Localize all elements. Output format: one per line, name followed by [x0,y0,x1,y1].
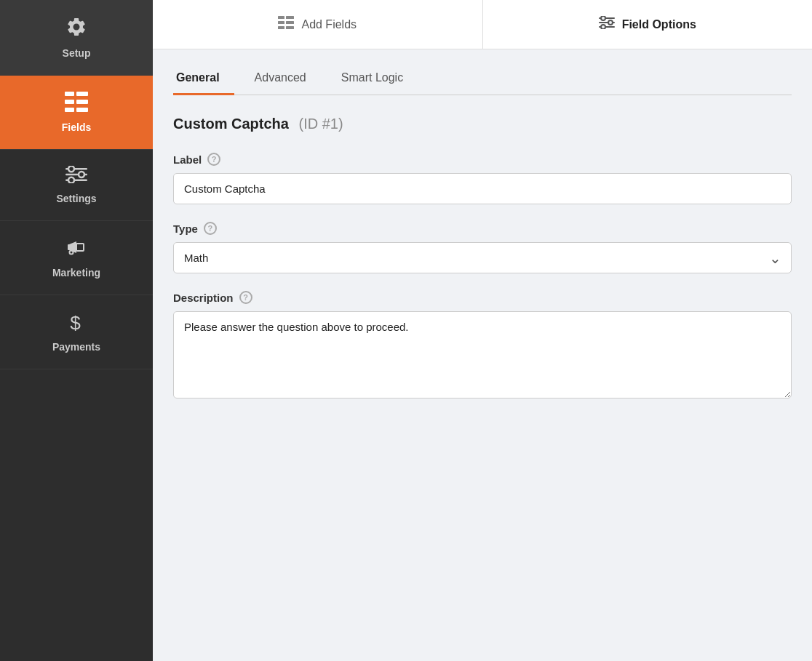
fields-icon [65,92,88,116]
svg-point-9 [79,172,84,177]
field-name: Custom Captcha [173,116,289,132]
gear-icon [65,16,87,41]
svg-rect-12 [76,244,84,251]
field-id: (ID #1) [298,116,343,132]
svg-point-11 [68,177,74,183]
label-help-icon[interactable]: ? [207,153,220,166]
sidebar-item-fields-label: Fields [62,121,91,133]
top-bar: Add Fields Field Options [153,0,812,49]
description-textarea[interactable]: Please answer the question above to proc… [173,311,792,398]
type-group: Type ? Math Question and Answer ⌄ [173,222,792,273]
field-options-icon [599,16,615,33]
svg-rect-1 [65,100,74,104]
svg-point-26 [608,20,613,25]
marketing-icon [66,237,87,261]
sidebar-item-settings[interactable]: Settings [0,150,153,221]
svg-rect-2 [65,108,74,112]
settings-icon [65,166,87,187]
sidebar-item-setup[interactable]: Setup [0,0,153,76]
sidebar-item-marketing-label: Marketing [52,267,100,279]
svg-rect-3 [76,92,88,96]
sub-tabs: General Advanced Smart Logic [173,49,792,95]
svg-rect-4 [76,100,88,104]
add-fields-icon [278,16,294,33]
type-help-icon[interactable]: ? [204,222,217,235]
field-options-panel: General Advanced Smart Logic Custom Capt… [153,49,812,661]
sidebar-item-setup-label: Setup [63,47,91,59]
svg-point-27 [601,25,605,29]
svg-point-7 [68,166,74,172]
svg-point-14 [70,251,73,255]
label-input[interactable] [173,173,792,204]
add-fields-label: Add Fields [301,18,357,31]
sidebar-item-fields[interactable]: Fields [0,76,153,150]
svg-rect-19 [286,21,294,24]
sidebar: Setup Fields Settings [0,0,153,661]
main-content: Add Fields Field Options General [153,0,812,661]
sidebar-item-payments[interactable]: $ Payments [0,295,153,369]
svg-text:$: $ [70,312,81,332]
field-options-tab[interactable]: Field Options [483,0,813,49]
svg-rect-0 [65,92,74,96]
label-group: Label ? [173,153,792,204]
svg-point-25 [601,16,605,20]
tab-smart-logic[interactable]: Smart Logic [338,64,418,95]
tab-general[interactable]: General [173,64,234,95]
label-label: Label ? [173,153,792,166]
tab-advanced[interactable]: Advanced [252,64,321,95]
description-label: Description ? [173,291,792,304]
svg-rect-20 [278,26,284,29]
field-title: Custom Captcha (ID #1) [173,116,792,132]
sidebar-item-payments-label: Payments [52,341,100,353]
svg-rect-18 [278,21,284,24]
type-label: Type ? [173,222,792,235]
type-select[interactable]: Math Question and Answer [173,242,792,273]
sidebar-item-marketing[interactable]: Marketing [0,221,153,295]
description-help-icon[interactable]: ? [239,291,252,304]
type-select-wrapper: Math Question and Answer ⌄ [173,242,792,273]
svg-rect-17 [286,16,294,19]
svg-rect-16 [278,16,284,19]
svg-rect-13 [68,244,71,250]
svg-rect-21 [286,26,294,29]
description-group: Description ? Please answer the question… [173,291,792,401]
payments-icon: $ [68,311,85,335]
field-options-label: Field Options [622,18,696,31]
sidebar-item-settings-label: Settings [56,193,96,204]
add-fields-tab[interactable]: Add Fields [153,0,483,49]
svg-rect-5 [76,108,88,112]
